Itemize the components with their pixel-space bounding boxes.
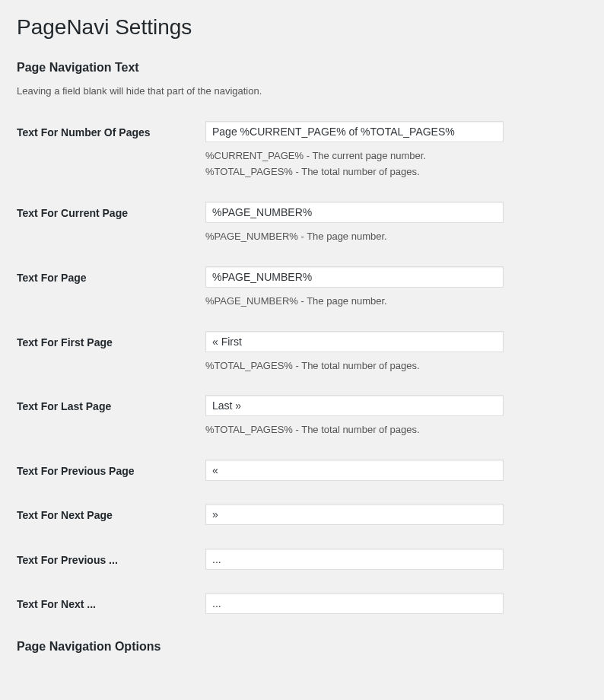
label-previous-page: Text For Previous Page xyxy=(17,449,205,493)
label-page: Text For Page xyxy=(17,256,205,320)
help-line: %PAGE_NUMBER% - The page number. xyxy=(205,294,580,310)
help-page: %PAGE_NUMBER% - The page number. xyxy=(205,294,580,310)
input-current-page[interactable] xyxy=(205,202,504,223)
input-previous-ellipsis[interactable] xyxy=(205,549,504,570)
settings-form-table: Text For Number Of Pages %CURRENT_PAGE% … xyxy=(17,110,587,626)
row-next-ellipsis: Text For Next ... xyxy=(17,582,587,626)
section-description: Leaving a field blank will hide that par… xyxy=(17,85,587,97)
help-first-page: %TOTAL_PAGES% - The total number of page… xyxy=(205,358,580,374)
cell-previous-ellipsis xyxy=(205,538,587,582)
section-heading-options: Page Navigation Options xyxy=(17,640,587,654)
row-last-page: Text For Last Page %TOTAL_PAGES% - The t… xyxy=(17,384,587,449)
label-last-page: Text For Last Page xyxy=(17,384,205,449)
page-title: PageNavi Settings xyxy=(17,0,587,47)
section-heading-text: Page Navigation Text xyxy=(17,61,587,75)
input-page[interactable] xyxy=(205,266,504,288)
label-number-of-pages: Text For Number Of Pages xyxy=(17,110,205,191)
row-current-page: Text For Current Page %PAGE_NUMBER% - Th… xyxy=(17,191,587,256)
label-next-ellipsis: Text For Next ... xyxy=(17,582,205,626)
help-last-page: %TOTAL_PAGES% - The total number of page… xyxy=(205,422,580,438)
cell-previous-page xyxy=(205,449,587,493)
label-first-page: Text For First Page xyxy=(17,320,205,385)
help-line: %CURRENT_PAGE% - The current page number… xyxy=(205,148,580,164)
cell-next-page xyxy=(205,493,587,537)
help-line: %TOTAL_PAGES% - The total number of page… xyxy=(205,422,580,438)
row-first-page: Text For First Page %TOTAL_PAGES% - The … xyxy=(17,320,587,385)
label-next-page: Text For Next Page xyxy=(17,493,205,537)
row-next-page: Text For Next Page xyxy=(17,493,587,537)
label-previous-ellipsis: Text For Previous ... xyxy=(17,538,205,582)
help-line: %PAGE_NUMBER% - The page number. xyxy=(205,229,580,245)
cell-first-page: %TOTAL_PAGES% - The total number of page… xyxy=(205,320,587,385)
help-line: %TOTAL_PAGES% - The total number of page… xyxy=(205,164,580,180)
cell-last-page: %TOTAL_PAGES% - The total number of page… xyxy=(205,384,587,449)
cell-next-ellipsis xyxy=(205,582,587,626)
row-number-of-pages: Text For Number Of Pages %CURRENT_PAGE% … xyxy=(17,110,587,191)
help-current-page: %PAGE_NUMBER% - The page number. xyxy=(205,229,580,245)
row-previous-ellipsis: Text For Previous ... xyxy=(17,538,587,582)
help-line: %TOTAL_PAGES% - The total number of page… xyxy=(205,358,580,374)
input-previous-page[interactable] xyxy=(205,460,504,481)
cell-current-page: %PAGE_NUMBER% - The page number. xyxy=(205,191,587,256)
label-current-page: Text For Current Page xyxy=(17,191,205,256)
input-first-page[interactable] xyxy=(205,331,504,352)
cell-page: %PAGE_NUMBER% - The page number. xyxy=(205,256,587,320)
input-next-page[interactable] xyxy=(205,504,504,525)
cell-number-of-pages: %CURRENT_PAGE% - The current page number… xyxy=(205,110,587,191)
input-last-page[interactable] xyxy=(205,395,504,416)
input-next-ellipsis[interactable] xyxy=(205,593,504,614)
row-page: Text For Page %PAGE_NUMBER% - The page n… xyxy=(17,256,587,320)
row-previous-page: Text For Previous Page xyxy=(17,449,587,493)
input-number-of-pages[interactable] xyxy=(205,121,504,142)
help-number-of-pages: %CURRENT_PAGE% - The current page number… xyxy=(205,148,580,180)
